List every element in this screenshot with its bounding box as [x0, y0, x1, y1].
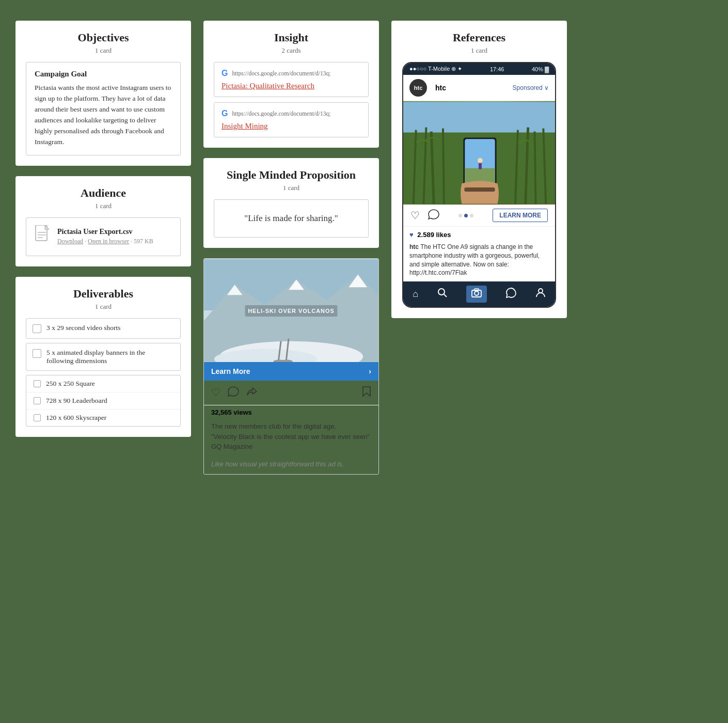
status-time: 17:46: [490, 66, 504, 72]
svg-line-38: [444, 294, 447, 297]
campaign-goal-text: Pictasia wants the most active Instagram…: [35, 83, 172, 148]
smp-count: 1 card: [214, 184, 369, 192]
main-layout: Objectives 1 card Campaign Goal Pictasia…: [15, 21, 713, 475]
checkbox-2[interactable]: [33, 349, 41, 358]
insight-card-2: G https://docs.google.com/document/d/13q…: [214, 102, 369, 137]
sub-checkbox-3[interactable]: [34, 414, 41, 421]
file-icon: [35, 225, 51, 248]
google-icon-1: G: [221, 69, 228, 78]
svg-text:HELI-SKI OVER VOLCANOS: HELI-SKI OVER VOLCANOS: [248, 308, 335, 314]
deliverables-count: 1 card: [26, 303, 181, 311]
svg-point-42: [539, 289, 543, 293]
insight-link-2[interactable]: Insight Mining: [221, 122, 268, 130]
banner-text: Learn More: [211, 367, 250, 375]
sub-item-1: 250 x 250 Square: [26, 375, 180, 392]
google-link-row-1: G https://docs.google.com/document/d/13q…: [221, 69, 361, 78]
insta-post-card: HELI-SKI OVER VOLCANOS Learn More › ♡: [203, 258, 379, 475]
insta-post-actions: ♡: [204, 381, 378, 405]
banner-chevron: ›: [369, 367, 371, 375]
right-column: References 1 card ●●○○○ T-Mobile ⊕ ✦ 17:…: [391, 21, 567, 318]
sponsored-label: Sponsored ∨: [513, 84, 549, 91]
caption-line1: The new members club for the digital age…: [211, 422, 336, 430]
middle-column: Insight 2 cards G https://docs.google.co…: [203, 21, 379, 475]
likes-heart-icon: ♥: [409, 231, 414, 239]
file-info: Pictasia User Export.csv Download · Open…: [57, 228, 153, 245]
sub-checkbox-2[interactable]: [34, 397, 41, 404]
download-link[interactable]: Download: [57, 238, 83, 245]
nav-camera-icon[interactable]: [466, 286, 487, 303]
deliverable-label-2: 5 x animated display banners in the foll…: [46, 349, 174, 365]
references-count: 1 card: [402, 46, 557, 55]
post-caption: The new members club for the digital age…: [204, 419, 378, 456]
svg-point-34: [478, 158, 483, 163]
google-icon-2: G: [221, 109, 228, 118]
htc-label: htc: [435, 84, 446, 92]
share-icon[interactable]: [246, 386, 258, 399]
deliverables-title: Deliverables: [26, 287, 181, 301]
insta-learn-more-banner[interactable]: Learn More ›: [204, 362, 378, 381]
phone-nav: ⌂: [403, 281, 555, 307]
status-left: ●●○○○ T-Mobile ⊕ ✦: [409, 66, 462, 72]
post-views: 32,565 views: [204, 405, 378, 419]
references-section: References 1 card ●●○○○ T-Mobile ⊕ ✦ 17:…: [391, 21, 567, 318]
file-name: Pictasia User Export.csv: [57, 228, 153, 236]
objectives-title: Objectives: [26, 31, 181, 44]
sub-item-label-2: 728 x 90 Leaderboard: [46, 397, 107, 405]
insight-card-1: G https://docs.google.com/document/d/13q…: [214, 62, 369, 97]
insight-url-2: https://docs.google.com/document/d/13q;: [232, 111, 330, 117]
heart-icon[interactable]: ♡: [211, 386, 220, 399]
nav-search-icon[interactable]: [437, 288, 448, 301]
phone-comment-icon[interactable]: [428, 209, 439, 222]
phone-actions-row: ♡ LEARN MORE: [403, 205, 555, 227]
post-action-left: ♡: [211, 386, 258, 399]
nav-chat-icon[interactable]: [506, 288, 516, 301]
sub-items-card: 250 x 250 Square 728 x 90 Leaderboard 12…: [26, 375, 181, 427]
checkbox-1[interactable]: [33, 324, 41, 333]
insight-title: Insight: [214, 31, 369, 44]
smp-quote: "Life is made for sharing.": [223, 207, 360, 230]
phone-action-left: ♡: [410, 209, 439, 222]
phone-image: [403, 101, 555, 205]
phone-learn-more-button[interactable]: LEARN MORE: [493, 209, 548, 222]
google-link-row-2: G https://docs.google.com/document/d/13q…: [221, 109, 361, 118]
campaign-goal-card: Campaign Goal Pictasia wants the most ac…: [26, 62, 181, 155]
svg-rect-36: [464, 187, 495, 192]
nav-home-icon[interactable]: ⌂: [413, 289, 418, 300]
objectives-count: 1 card: [26, 46, 181, 55]
phone-heart-icon[interactable]: ♡: [410, 209, 420, 222]
audience-count: 1 card: [26, 202, 181, 210]
file-actions: Download · Open in browser · 597 KB: [57, 238, 153, 245]
htc-logo-text: htc: [414, 85, 423, 91]
insta-post-image: HELI-SKI OVER VOLCANOS: [204, 259, 378, 362]
dot-3: [470, 214, 473, 217]
smp-card: "Life is made for sharing.": [214, 199, 369, 238]
caption-text: The HTC One A9 signals a change in the s…: [409, 243, 540, 276]
insight-url-1: https://docs.google.com/document/d/13q;: [232, 70, 330, 76]
comment-icon[interactable]: [228, 386, 239, 399]
post-comment: Like how visual yet straightforward this…: [204, 456, 378, 474]
bookmark-icon[interactable]: [362, 386, 371, 400]
phone-dots: [458, 214, 473, 217]
svg-point-40: [474, 291, 479, 295]
deliverables-section: Deliverables 1 card 3 x 29 second video …: [15, 277, 191, 437]
references-title: References: [402, 31, 557, 44]
htc-logo: htc: [409, 79, 427, 97]
deliverable-item-1: 3 x 29 second video shorts: [26, 318, 181, 339]
audience-file-card: Pictasia User Export.csv Download · Open…: [26, 217, 181, 256]
dot-2: [464, 214, 468, 217]
likes-count: 2.589 likes: [417, 231, 451, 239]
objectives-section: Objectives 1 card Campaign Goal Pictasia…: [15, 21, 191, 166]
svg-line-28: [535, 132, 536, 204]
brand-row: htc htc: [409, 79, 446, 97]
phone-statusbar: ●●○○○ T-Mobile ⊕ ✦ 17:46 40% ▓: [403, 63, 555, 75]
svg-rect-35: [479, 163, 482, 169]
sub-checkbox-1[interactable]: [34, 380, 41, 387]
open-browser-link[interactable]: Open in browser: [88, 238, 129, 245]
svg-point-37: [438, 289, 445, 295]
nav-profile-icon[interactable]: [535, 288, 546, 301]
svg-line-25: [443, 129, 444, 204]
insight-section: Insight 2 cards G https://docs.google.co…: [203, 21, 379, 148]
left-column: Objectives 1 card Campaign Goal Pictasia…: [15, 21, 191, 437]
sub-item-2: 728 x 90 Leaderboard: [26, 392, 180, 410]
insight-link-1[interactable]: Pictasia: Qualitative Research: [221, 82, 314, 90]
